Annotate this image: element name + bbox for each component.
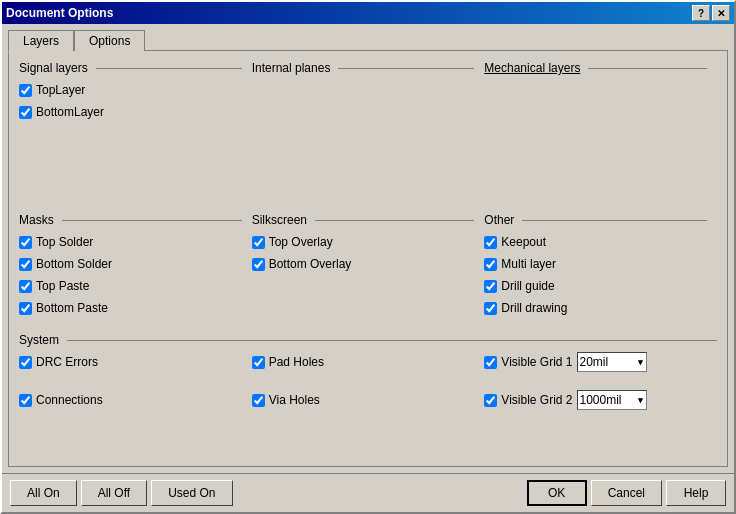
padholes-checkbox[interactable] (252, 356, 265, 369)
silkscreen-section: Silkscreen Top Overlay Bottom Overlay (252, 213, 485, 321)
system-col3: Visible Grid 1 1mil 5mil 10mil 20mil 25m… (484, 353, 717, 413)
bottom-paste-item: Bottom Paste (19, 299, 242, 317)
drc-errors-checkbox[interactable] (19, 356, 32, 369)
top-sections-row: Signal layers TopLayer BottomLayer Inter… (19, 61, 717, 205)
drillguide-label[interactable]: Drill guide (501, 279, 554, 293)
masks-label: Masks (19, 213, 242, 227)
system-label: System (19, 333, 717, 347)
silkscreen-label: Silkscreen (252, 213, 475, 227)
top-solder-label[interactable]: Top Solder (36, 235, 93, 249)
keepout-item: Keepout (484, 233, 707, 251)
help-button[interactable]: Help (666, 480, 726, 506)
tabs-container: Layers Options (8, 30, 728, 51)
mechanical-layers-label: Mechanical layers (484, 61, 707, 75)
top-paste-item: Top Paste (19, 277, 242, 295)
top-overlay-checkbox[interactable] (252, 236, 265, 249)
cancel-button[interactable]: Cancel (591, 480, 662, 506)
visiblegrid1-select[interactable]: 1mil 5mil 10mil 20mil 25mil 50mil 100mil (577, 352, 647, 372)
window-title: Document Options (6, 6, 113, 20)
visiblegrid1-select-wrapper: 1mil 5mil 10mil 20mil 25mil 50mil 100mil… (577, 352, 647, 372)
bottom-paste-label[interactable]: Bottom Paste (36, 301, 108, 315)
title-bar-text: Document Options (6, 6, 113, 20)
used-on-button[interactable]: Used On (151, 480, 232, 506)
ok-button[interactable]: OK (527, 480, 587, 506)
top-solder-checkbox[interactable] (19, 236, 32, 249)
bottomlayer-label[interactable]: BottomLayer (36, 105, 104, 119)
system-col1: DRC Errors Connections (19, 353, 252, 413)
connections-item: Connections (19, 391, 252, 409)
drilldrawing-item: Drill drawing (484, 299, 707, 317)
masks-section: Masks Top Solder Bottom Solder Top Paste (19, 213, 252, 321)
bottomlayer-item: BottomLayer (19, 103, 242, 121)
visiblegrid2-label[interactable]: Visible Grid 2 (501, 393, 572, 407)
top-solder-item: Top Solder (19, 233, 242, 251)
middle-sections-row: Masks Top Solder Bottom Solder Top Paste (19, 213, 717, 321)
drc-errors-label[interactable]: DRC Errors (36, 355, 98, 369)
top-overlay-label[interactable]: Top Overlay (269, 235, 333, 249)
drillguide-item: Drill guide (484, 277, 707, 295)
footer-left-buttons: All On All Off Used On (10, 480, 233, 506)
system-row: System DRC Errors Connecti (19, 333, 717, 413)
bottomlayer-checkbox[interactable] (19, 106, 32, 119)
drillguide-checkbox[interactable] (484, 280, 497, 293)
top-overlay-item: Top Overlay (252, 233, 475, 251)
visiblegrid2-select[interactable]: 100mil 500mil 1000mil 2000mil (577, 390, 647, 410)
multilayer-label[interactable]: Multi layer (501, 257, 556, 271)
bottom-solder-label[interactable]: Bottom Solder (36, 257, 112, 271)
visiblegrid2-item: Visible Grid 2 100mil 500mil 1000mil 200… (484, 391, 717, 409)
connections-checkbox[interactable] (19, 394, 32, 407)
visiblegrid1-label[interactable]: Visible Grid 1 (501, 355, 572, 369)
top-paste-checkbox[interactable] (19, 280, 32, 293)
all-on-button[interactable]: All On (10, 480, 77, 506)
keepout-checkbox[interactable] (484, 236, 497, 249)
connections-label[interactable]: Connections (36, 393, 103, 407)
padholes-item: Pad Holes (252, 353, 485, 371)
bottom-overlay-label[interactable]: Bottom Overlay (269, 257, 352, 271)
toplayer-item: TopLayer (19, 81, 242, 99)
internal-planes-section: Internal planes (252, 61, 485, 205)
bottom-solder-checkbox[interactable] (19, 258, 32, 271)
title-bar-buttons: ? ✕ (692, 5, 730, 21)
viaholes-item: Via Holes (252, 391, 485, 409)
tab-options[interactable]: Options (74, 30, 145, 51)
viaholes-label[interactable]: Via Holes (269, 393, 320, 407)
document-options-window: Document Options ? ✕ Layers Options Sign (0, 0, 736, 514)
viaholes-checkbox[interactable] (252, 394, 265, 407)
help-title-button[interactable]: ? (692, 5, 710, 21)
signal-layers-section: Signal layers TopLayer BottomLayer (19, 61, 252, 205)
drilldrawing-label[interactable]: Drill drawing (501, 301, 567, 315)
window-body: Layers Options Signal layers TopLayer (2, 24, 734, 473)
footer-right-buttons: OK Cancel Help (527, 480, 726, 506)
padholes-label[interactable]: Pad Holes (269, 355, 324, 369)
footer: All On All Off Used On OK Cancel Help (2, 473, 734, 512)
drilldrawing-checkbox[interactable] (484, 302, 497, 315)
visiblegrid2-select-wrapper: 100mil 500mil 1000mil 2000mil ▼ (577, 390, 647, 410)
bottom-overlay-item: Bottom Overlay (252, 255, 475, 273)
bottom-overlay-checkbox[interactable] (252, 258, 265, 271)
top-paste-label[interactable]: Top Paste (36, 279, 89, 293)
system-col2: Pad Holes Via Holes (252, 353, 485, 413)
other-label: Other (484, 213, 707, 227)
internal-planes-label: Internal planes (252, 61, 475, 75)
visiblegrid2-checkbox[interactable] (484, 394, 497, 407)
visiblegrid1-checkbox[interactable] (484, 356, 497, 369)
signal-layers-label: Signal layers (19, 61, 242, 75)
mechanical-layers-section: Mechanical layers (484, 61, 717, 205)
spacer (19, 125, 242, 205)
tab-layers[interactable]: Layers (8, 30, 74, 52)
keepout-label[interactable]: Keepout (501, 235, 546, 249)
close-title-button[interactable]: ✕ (712, 5, 730, 21)
toplayer-label[interactable]: TopLayer (36, 83, 85, 97)
toplayer-checkbox[interactable] (19, 84, 32, 97)
system-content: DRC Errors Connections (19, 353, 717, 413)
bottom-paste-checkbox[interactable] (19, 302, 32, 315)
tab-content-layers: Signal layers TopLayer BottomLayer Inter… (8, 50, 728, 467)
visiblegrid1-item: Visible Grid 1 1mil 5mil 10mil 20mil 25m… (484, 353, 717, 371)
other-section: Other Keepout Multi layer Drill guide (484, 213, 717, 321)
drc-errors-item: DRC Errors (19, 353, 252, 371)
all-off-button[interactable]: All Off (81, 480, 147, 506)
title-bar: Document Options ? ✕ (2, 2, 734, 24)
multilayer-item: Multi layer (484, 255, 707, 273)
multilayer-checkbox[interactable] (484, 258, 497, 271)
bottom-solder-item: Bottom Solder (19, 255, 242, 273)
